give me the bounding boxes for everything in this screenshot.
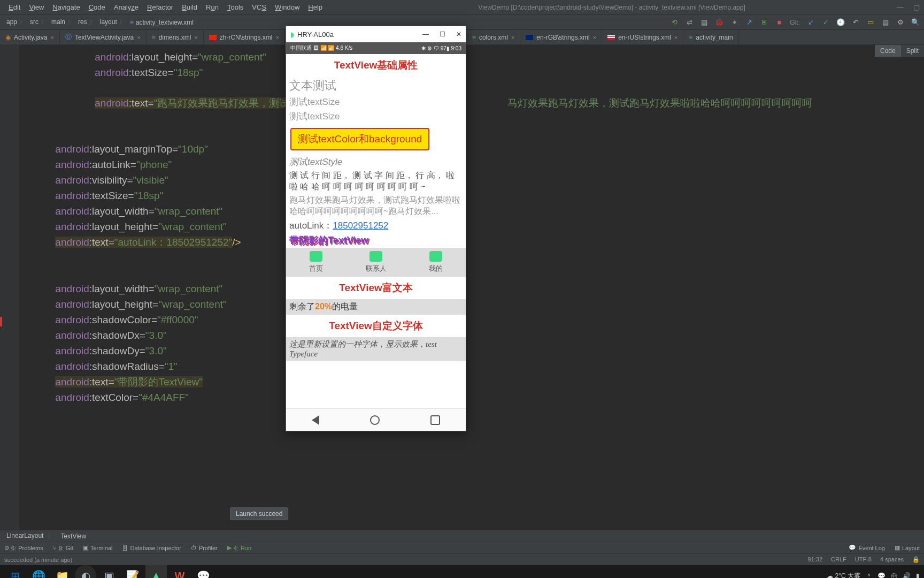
close-icon[interactable]: × — [194, 34, 197, 41]
emulator-close-icon[interactable]: ✕ — [456, 31, 461, 38]
rich-text: 剩余了20%的电量 — [286, 299, 466, 315]
tool-profiler[interactable]: ⏱ Profiler — [191, 545, 218, 551]
tab-textviewactivity[interactable]: ⒸTextViewActivity.java× — [60, 30, 147, 44]
tool-terminal[interactable]: ▣ Terminal — [83, 544, 113, 551]
menu-analyze[interactable]: Analyze — [110, 3, 143, 11]
wechat-icon[interactable]: 💬 — [192, 565, 214, 578]
folder-icon[interactable]: ▭ — [866, 18, 875, 27]
start-icon[interactable]: ⊞ — [4, 565, 26, 578]
close-icon[interactable]: × — [674, 34, 677, 41]
tab-activity-main[interactable]: ≡activity_main — [683, 30, 738, 44]
tab-zh-strings[interactable]: zh-rCN\strings.xml× — [204, 30, 285, 44]
emulator-maximize-icon[interactable]: ☐ — [440, 31, 445, 38]
back-icon[interactable] — [312, 415, 319, 425]
tab-contacts[interactable]: 联系人 — [346, 251, 406, 273]
tool-run[interactable]: ▶ 4: Run — [227, 544, 251, 551]
menu-refactor[interactable]: Refactor — [143, 3, 178, 11]
battery-icon[interactable]: ▮ — [916, 572, 920, 578]
close-icon[interactable]: × — [137, 34, 140, 41]
emulator-titlebar[interactable]: ◗HRY-AL00a — ☐ ✕ — [286, 26, 466, 42]
crumb-app[interactable]: app — [4, 18, 28, 27]
crumb-src[interactable]: src — [28, 18, 49, 27]
tab-us-strings[interactable]: en-rUS\strings.xml× — [602, 30, 683, 44]
tab-gb-strings[interactable]: en-rGB\strings.xml× — [520, 30, 602, 44]
tab-me[interactable]: 我的 — [406, 251, 466, 273]
wechat-tray-icon[interactable]: 💬 — [877, 572, 886, 578]
notepad-icon[interactable]: 📝 — [122, 565, 143, 578]
ime-icon[interactable]: ㊥ — [891, 572, 897, 579]
tool-eventlog[interactable]: 💬 Event Log — [849, 544, 885, 551]
menu-view[interactable]: View — [25, 3, 48, 11]
device-screen[interactable]: TextView基础属性 文本测试 测试textSize 测试textSize … — [286, 54, 466, 408]
sync-icon[interactable]: ⇄ — [685, 18, 694, 27]
git-revert-icon[interactable]: ↶ — [851, 18, 860, 27]
recents-icon[interactable] — [430, 415, 440, 425]
debug-icon[interactable]: 🐞 — [715, 18, 723, 27]
menu-edit[interactable]: Edit — [4, 3, 25, 11]
menu-build[interactable]: Build — [178, 3, 202, 11]
encoding[interactable]: UTF-8 — [855, 556, 872, 563]
indent[interactable]: 4 spaces — [880, 556, 904, 563]
tray-chevron-icon[interactable]: ＾ — [866, 572, 872, 579]
android-studio-icon[interactable]: ▲ — [145, 565, 167, 578]
line-separator[interactable]: CRLF — [831, 556, 846, 563]
explorer-icon[interactable]: 📁 — [51, 565, 73, 578]
tool-layout[interactable]: ▦ Layout — [895, 544, 920, 551]
menu-run[interactable]: Run — [202, 3, 223, 11]
tab-dimens[interactable]: ≡dimens.xml× — [147, 30, 204, 44]
git-history-icon[interactable]: 🕘 — [836, 18, 845, 27]
tool-database[interactable]: 🗄 Database Inspector — [122, 545, 181, 551]
git-update-icon[interactable]: ↙ — [806, 18, 815, 27]
git-commit-icon[interactable]: ✓ — [821, 18, 830, 27]
tool-window-bar: ⊘ 6: Problems ⑂ 9: Git ▣ Terminal 🗄 Data… — [0, 542, 924, 553]
crumb-linearlayout[interactable]: LinearLayout — [6, 531, 54, 541]
tool-git[interactable]: ⑂ 9: Git — [53, 545, 73, 551]
tab-home[interactable]: 首页 — [286, 251, 346, 273]
device-nav-bar — [286, 408, 466, 431]
maximize-icon[interactable]: ▢ — [913, 3, 920, 11]
app-icon[interactable]: ◐ — [75, 565, 96, 578]
windows-taskbar: ⊞ 🌐 📁 ◐ ▣ 📝 ▲ W 💬 ☁ 2°C 大雾 ＾ 💬 ㊥ 🔊 ▮ — [0, 565, 924, 578]
volume-icon[interactable]: 🔊 — [903, 572, 911, 578]
phone-link[interactable]: 18502951252 — [333, 220, 388, 231]
close-icon[interactable]: × — [511, 34, 514, 41]
crumb-res[interactable]: res — [76, 18, 98, 27]
tab-activity-java[interactable]: ◉Activity.java× — [0, 30, 60, 44]
minimize-icon[interactable]: — — [897, 3, 904, 11]
menubar: Edit View Navigate Code Analyze Refactor… — [0, 0, 924, 15]
wps-icon[interactable]: W — [169, 565, 190, 578]
menu-tools[interactable]: Tools — [223, 3, 248, 11]
menu-vcs[interactable]: VCS — [248, 3, 271, 11]
close-icon[interactable]: × — [50, 34, 53, 41]
crumb-layout[interactable]: layout — [98, 18, 128, 27]
caret-position[interactable]: 91:32 — [808, 556, 823, 563]
menu-window[interactable]: Window — [271, 3, 304, 11]
open-icon[interactable]: ▤ — [881, 18, 890, 27]
menu-help[interactable]: Help — [304, 3, 327, 11]
settings-icon[interactable]: ⚙ — [896, 18, 905, 27]
home-icon[interactable] — [370, 415, 380, 425]
crumb-main[interactable]: main — [49, 18, 76, 27]
emulator-minimize-icon[interactable]: — — [422, 31, 429, 38]
avd-icon[interactable]: ▤ — [700, 18, 709, 27]
stop-icon[interactable]: ■ — [775, 18, 783, 27]
weather-widget[interactable]: ☁ 2°C 大雾 — [827, 572, 860, 579]
chrome-icon[interactable]: 🌐 — [28, 565, 49, 578]
search-icon[interactable]: 🔍 — [911, 18, 920, 27]
close-icon[interactable]: × — [275, 34, 279, 41]
tool-problems[interactable]: ⊘ 6: Problems — [4, 544, 43, 551]
attach-icon[interactable]: ⌖ — [730, 18, 738, 27]
crumb-textview[interactable]: TextView — [60, 533, 86, 540]
coverage-icon[interactable]: ⛨ — [760, 18, 768, 27]
tab-colors[interactable]: ≡colors.xml× — [467, 30, 520, 44]
profiler-icon[interactable]: ↗ — [745, 18, 753, 27]
menu-navigate[interactable]: Navigate — [48, 3, 84, 11]
crumb-file[interactable]: ≡activity_textview.xml — [128, 19, 196, 26]
terminal-icon[interactable]: ▣ — [98, 565, 120, 578]
menu-code[interactable]: Code — [84, 3, 110, 11]
make-icon[interactable]: ⟲ — [670, 18, 679, 27]
close-icon[interactable]: × — [593, 34, 596, 41]
split-view-button[interactable]: Split — [901, 45, 924, 57]
lock-icon[interactable]: 🔒 — [912, 556, 920, 563]
code-view-button[interactable]: Code — [875, 45, 901, 57]
